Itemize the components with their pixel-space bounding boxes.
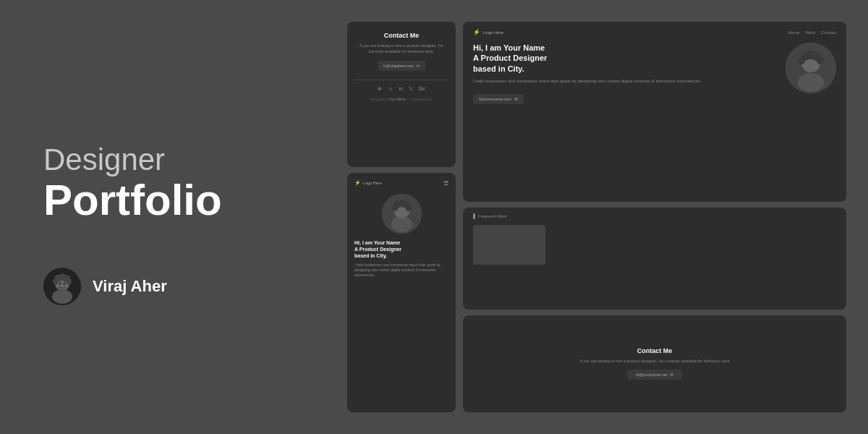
nav-work[interactable]: Work [805,30,815,35]
mobile-nav: ⚡ Logo Here ☰ [354,180,448,187]
hero-portrait-icon [382,194,422,234]
mobile-contact-title: Contact Me [384,32,420,39]
nav-contact[interactable]: Contact [821,30,836,35]
envelope-icon: ✉ [514,97,518,101]
envelope-icon: ✉ [670,373,673,377]
author-name: Viraj Aher [93,277,167,296]
mobile-hero-title: Hi, I am Your NameA Product Designerbase… [354,239,448,259]
title-line2: Portfolio [43,176,304,224]
svg-point-8 [59,283,61,285]
desktop-logo-text: Logo Here [483,30,503,35]
mobile-hero-image [382,194,422,234]
desktop-hero: Hi, I am Your NameA Product Designerbase… [473,43,836,195]
mobile-footer: Designed by Your Name — Copyright 2021 [370,98,433,101]
svg-point-26 [817,57,824,64]
desktop-contact-mockup: Contact Me If you are looking to hire a … [463,315,846,412]
footer-prefix: Designed by [370,98,388,101]
desktop-contact-title: Contact Me [637,347,673,354]
footer-name: Your Name [389,98,405,101]
mobile-hero-mockup: ⚡ Logo Here ☰ Hi, I am Your NameA Produc [347,173,456,412]
desktop-contact-btn-text: hi@yourname.net [636,373,668,377]
desktop-portrait-icon [786,43,836,93]
mobile-email-text: hi@virajaheer.com [383,64,413,68]
svg-point-17 [392,205,398,211]
mobile-column: Contact Me If you are looking to hire a … [347,22,456,412]
social-row: ⊕ ☺ in 𝕏 Be [378,86,425,92]
desktop-hero-image [786,43,836,93]
desktop-contact-button[interactable]: hi@yourname.net ✉ [627,370,683,380]
featured-work-image [473,225,545,265]
mobile-email-button[interactable]: hi@virajaheer.com ✉ [378,61,425,71]
svg-point-9 [64,283,66,285]
author-section: Viraj Aher [43,268,304,305]
svg-point-20 [798,73,824,92]
desktop-hero-content: Hi, I am Your NameA Product Designerbase… [473,43,778,104]
twitter-icon[interactable]: 𝕏 [409,86,413,92]
desktop-column: ⚡ Logo Here Home Work Contact Hi, I am Y… [463,22,846,412]
desktop-hero-mockup: ⚡ Logo Here Home Work Contact Hi, I am Y… [463,22,846,202]
avatar [43,268,81,305]
title-line1: Designer [43,143,304,176]
mobile-contact-mockup: Contact Me If you are looking to hire a … [347,22,456,167]
svg-point-6 [53,278,59,284]
mobile-hero-desc: I help businesses and companies reach th… [354,263,448,278]
desktop-hero-title: Hi, I am Your NameA Product Designerbase… [473,43,778,74]
desktop-hero-desc: I help businesses and companies reach th… [473,78,778,85]
linkedin-icon[interactable]: in [399,86,403,92]
hamburger-icon[interactable]: ☰ [443,180,448,187]
desktop-logo: ⚡ Logo Here [473,29,503,35]
envelope-icon: ✉ [417,64,420,68]
svg-point-10 [59,287,66,292]
desktop-nav: ⚡ Logo Here Home Work Contact [473,29,836,35]
whatsapp-icon[interactable]: ⊕ [378,86,382,92]
left-panel: Designer Portfolio [0,0,347,434]
desktop-logo-icon: ⚡ [473,29,480,35]
behance-icon[interactable]: Be [419,86,425,92]
desktop-cta-text: hilouvername.com [479,97,511,101]
desktop-nav-links: Home Work Contact [788,30,836,35]
instagram-icon[interactable]: ☺ [388,86,393,92]
svg-point-12 [391,216,412,232]
mobile-contact-desc: If you are looking to hire a product des… [354,43,448,55]
featured-label: Featured Work [473,213,836,219]
right-panel: Contact Me If you are looking to hire a … [347,0,868,434]
svg-point-7 [66,278,72,284]
desktop-cta-button[interactable]: hilouvername.com ✉ [473,94,524,104]
nav-home[interactable]: Home [788,30,799,35]
svg-point-25 [798,57,805,64]
featured-bar-icon [473,213,475,219]
mobile-logo-text: Logo Here [363,181,382,185]
divider [354,80,448,80]
desktop-contact-desc: If you are looking to hire a product des… [580,358,730,364]
footer-suffix: — Copyright 2021 [407,98,433,101]
svg-point-18 [406,205,412,211]
avatar-icon [43,268,81,305]
mobile-logo: ⚡ Logo Here [354,180,382,186]
logo-icon: ⚡ [354,180,361,186]
desktop-featured-mockup: Featured Work [463,208,846,310]
featured-text: Featured Work [478,214,507,218]
